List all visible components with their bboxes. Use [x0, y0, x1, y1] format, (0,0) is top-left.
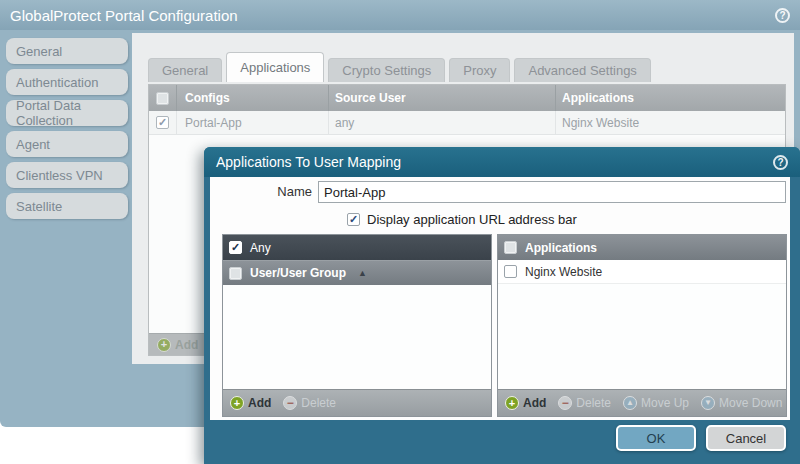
tab-advanced-settings[interactable]: Advanced Settings: [514, 58, 650, 82]
users-add-button[interactable]: + Add: [230, 396, 271, 410]
name-row: Name: [210, 181, 790, 203]
tab-label: Advanced Settings: [528, 63, 636, 78]
modal-content: Name ✓ Display application URL address b…: [210, 177, 790, 420]
modal-button-row: OK Cancel: [616, 425, 786, 451]
modal-title: Applications To User Mapping: [216, 154, 401, 170]
add-config-label: Add: [175, 338, 198, 352]
mapping-panels: ✓ Any User/User Group ▲ + Add: [222, 234, 787, 417]
sidebar-item-label: Authentication: [16, 75, 98, 90]
ok-button[interactable]: OK: [616, 425, 696, 451]
sidebar-item-general[interactable]: General: [6, 38, 128, 64]
dialog-titlebar: GlobalProtect Portal Configuration ?: [0, 0, 800, 30]
tab-label: General: [162, 63, 208, 78]
select-all-checkbox[interactable]: [156, 92, 169, 105]
tab-label: Crypto Settings: [342, 63, 431, 78]
any-header: ✓ Any: [223, 235, 491, 260]
sort-asc-icon: ▲: [358, 268, 367, 278]
users-delete-button: − Delete: [283, 396, 336, 410]
column-header-applications[interactable]: Applications: [556, 91, 785, 105]
modal-titlebar: Applications To User Mapping ?: [204, 147, 800, 177]
applications-to-user-mapping-dialog: Applications To User Mapping ? Name ✓ Di…: [204, 147, 800, 464]
check-icon: ✓: [158, 117, 167, 128]
sidebar-item-authentication[interactable]: Authentication: [6, 69, 128, 95]
sidebar-item-label: General: [16, 44, 62, 59]
tab-label: Proxy: [463, 63, 496, 78]
cell-configs: Portal-App: [177, 111, 329, 134]
sidebar-item-satellite[interactable]: Satellite: [6, 193, 128, 219]
column-header-source-user[interactable]: Source User: [329, 85, 556, 111]
cell-applications: Nginx Website: [556, 116, 785, 130]
applications-select-all-checkbox[interactable]: [504, 241, 517, 254]
plus-icon: +: [230, 396, 244, 410]
row-checkbox[interactable]: ✓: [156, 116, 169, 129]
arrow-up-icon: ▲: [623, 396, 637, 410]
add-config-button[interactable]: + Add: [157, 338, 198, 352]
move-down-label: Move Down: [719, 396, 782, 410]
cell-source-user: any: [329, 111, 556, 134]
applications-panel: Applications Nginx Website + Add −: [497, 234, 787, 417]
tab-crypto-settings[interactable]: Crypto Settings: [328, 58, 445, 82]
dialog-title: GlobalProtect Portal Configuration: [10, 7, 238, 24]
arrow-down-icon: ▼: [701, 396, 715, 410]
applications-delete-button: − Delete: [558, 396, 611, 410]
sidebar-item-portal-data-collection[interactable]: Portal Data Collection: [6, 100, 128, 126]
applications-list-empty: [498, 284, 786, 389]
name-input[interactable]: [318, 181, 786, 203]
sidebar-item-label: Agent: [16, 137, 50, 152]
plus-icon: +: [157, 338, 171, 352]
users-delete-label: Delete: [301, 396, 336, 410]
applications-panel-toolbar: + Add − Delete ▲ Move Up ▼: [498, 389, 786, 416]
application-row-label: Nginx Website: [525, 265, 602, 279]
sidebar-item-label: Clientless VPN: [16, 168, 103, 183]
any-label: Any: [250, 241, 271, 255]
applications-delete-label: Delete: [576, 396, 611, 410]
display-url-row: ✓ Display application URL address bar: [347, 211, 577, 227]
application-row-nginx[interactable]: Nginx Website: [498, 260, 786, 284]
cancel-button[interactable]: Cancel: [706, 425, 786, 451]
plus-icon: +: [505, 396, 519, 410]
applications-add-label: Add: [523, 396, 546, 410]
tabstrip: General Applications Crypto Settings Pro…: [148, 52, 655, 82]
check-icon: ✓: [231, 242, 240, 253]
sidebar-item-label: Satellite: [16, 199, 62, 214]
applications-add-button[interactable]: + Add: [505, 396, 546, 410]
sidebar: General Authentication Portal Data Colle…: [0, 30, 132, 427]
modal-help-icon[interactable]: ?: [773, 155, 788, 170]
minus-icon: −: [283, 396, 297, 410]
applications-column-label: Applications: [525, 241, 597, 255]
name-label: Name: [210, 181, 312, 203]
sidebar-item-label: Portal Data Collection: [16, 98, 128, 128]
minus-icon: −: [558, 396, 572, 410]
tab-proxy[interactable]: Proxy: [449, 58, 510, 82]
move-up-button: ▲ Move Up: [623, 396, 689, 410]
column-header-configs[interactable]: Configs: [177, 85, 329, 111]
sidebar-item-clientless-vpn[interactable]: Clientless VPN: [6, 162, 128, 188]
move-up-label: Move Up: [641, 396, 689, 410]
any-checkbox[interactable]: ✓: [229, 241, 242, 254]
help-icon[interactable]: ?: [775, 8, 790, 23]
table-row-portal-app[interactable]: ✓ Portal-App any Nginx Website: [149, 111, 785, 135]
tab-general[interactable]: General: [148, 58, 222, 82]
user-group-column-label: User/User Group: [250, 266, 346, 280]
configs-table-header: Configs Source User Applications: [149, 85, 785, 111]
applications-column-header[interactable]: Applications: [498, 235, 786, 260]
display-url-checkbox[interactable]: ✓: [347, 213, 360, 226]
screen: GlobalProtect Portal Configuration ? Gen…: [0, 0, 800, 464]
users-add-label: Add: [248, 396, 271, 410]
check-icon: ✓: [349, 214, 358, 225]
display-url-label: Display application URL address bar: [367, 212, 577, 227]
tab-label: Applications: [240, 60, 310, 75]
users-select-all-checkbox[interactable]: [229, 267, 242, 280]
application-row-checkbox[interactable]: [504, 265, 517, 278]
users-panel: ✓ Any User/User Group ▲ + Add: [222, 234, 492, 417]
sidebar-item-agent[interactable]: Agent: [6, 131, 128, 157]
users-panel-toolbar: + Add − Delete: [223, 389, 491, 416]
user-group-column-header[interactable]: User/User Group ▲: [223, 260, 491, 285]
move-down-button: ▼ Move Down: [701, 396, 782, 410]
users-list-empty: [223, 285, 491, 389]
tab-applications[interactable]: Applications: [226, 52, 324, 82]
